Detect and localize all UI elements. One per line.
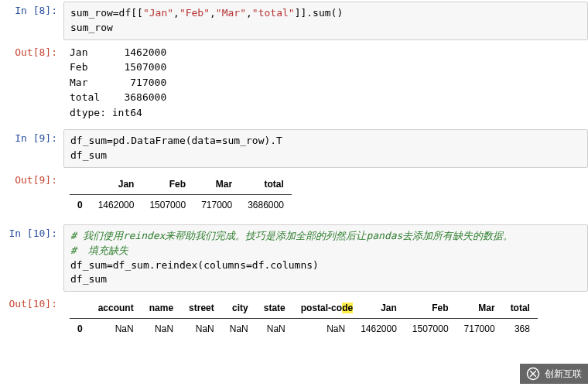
code-text: ,: [173, 7, 179, 19]
cell-in-8: In [8]: sum_row=df[["Jan","Feb","Mar","t…: [0, 0, 588, 42]
code-text: ]].sum(): [295, 7, 344, 19]
cell-value: NaN: [91, 319, 142, 340]
col-header: account: [91, 298, 142, 319]
prompt-in-8: In [8]:: [0, 0, 63, 19]
dataframe-table: Jan Feb Mar total 0 1462000 1507000 7170…: [70, 174, 292, 215]
table-row: 0 NaN NaN NaN NaN NaN NaN 1462000 150700…: [70, 319, 538, 340]
output-table-9: Jan Feb Mar total 0 1462000 1507000 7170…: [63, 169, 588, 223]
col-header: Feb: [142, 174, 193, 195]
cell-out-10: Out[10]: account name street city state …: [0, 293, 588, 347]
cell-value: 1462000: [91, 194, 142, 215]
cell-value: 1507000: [405, 319, 456, 340]
cell-value: 1462000: [353, 319, 405, 340]
string-literal: "Jan": [143, 7, 173, 19]
col-header: city: [222, 298, 256, 319]
cell-value: NaN: [181, 319, 222, 340]
col-header: Jan: [353, 298, 405, 319]
row-index: 0: [70, 319, 91, 340]
code-text: ,: [246, 7, 252, 19]
cell-value: 368: [503, 319, 538, 340]
col-header: Feb: [405, 298, 456, 319]
code-input-10[interactable]: # 我们使用reindex来帮助我们完成。技巧是添加全部的列然后让pandas去…: [63, 224, 588, 292]
code-text: ,: [210, 7, 216, 19]
cell-value: 717000: [456, 319, 503, 340]
col-header: Mar: [193, 174, 240, 195]
col-header: Mar: [456, 298, 503, 319]
code-text: df_sum=df_sum.reindex(columns=df.columns…: [70, 259, 319, 271]
cell-in-10: In [10]: # 我们使用reindex来帮助我们完成。技巧是添加全部的列然…: [0, 223, 588, 293]
cell-value: NaN: [142, 319, 181, 340]
cell-value: NaN: [293, 319, 353, 340]
row-index: 0: [70, 194, 91, 215]
code-input-9[interactable]: df_sum=pd.DataFrame(data=sum_row).T df_s…: [63, 129, 588, 168]
dataframe-table: account name street city state postal-co…: [70, 298, 538, 339]
cell-out-8: Out[8]: Jan 1462000 Feb 1507000 Mar 7170…: [0, 42, 588, 128]
prompt-in-10: In [10]:: [0, 223, 63, 242]
code-comment: # 我们使用reindex来帮助我们完成。技巧是添加全部的列然后让pandas去…: [70, 230, 513, 241]
cell-value: NaN: [256, 319, 293, 340]
code-text: df_sum: [70, 149, 107, 161]
code-text: sum_row: [70, 22, 113, 33]
string-literal: "Feb": [179, 7, 210, 19]
cell-out-9: Out[9]: Jan Feb Mar total 0 1462000 1507…: [0, 169, 588, 223]
col-header: postal-code: [293, 298, 353, 319]
cell-value: 3686000: [240, 194, 292, 215]
col-header: total: [240, 174, 292, 195]
col-header: state: [256, 298, 293, 319]
code-text: df_sum: [70, 273, 107, 285]
prompt-in-9: In [9]:: [0, 128, 63, 147]
cell-value: 717000: [193, 194, 240, 215]
col-header: total: [503, 298, 538, 319]
code-text: sum_row=df[[: [70, 7, 143, 19]
prompt-out-8: Out[8]:: [0, 42, 63, 61]
code-text: df_sum=pd.DataFrame(data=sum_row).T: [70, 135, 282, 146]
cell-value: 1507000: [142, 194, 193, 215]
cell-value: NaN: [222, 319, 256, 340]
string-literal: "Mar": [216, 7, 246, 19]
col-header: street: [181, 298, 222, 319]
code-comment: # 填充缺失: [70, 245, 128, 256]
output-text-8: Jan 1462000 Feb 1507000 Mar 717000 total…: [63, 42, 588, 128]
cell-in-9: In [9]: df_sum=pd.DataFrame(data=sum_row…: [0, 128, 588, 169]
prompt-out-9: Out[9]:: [0, 169, 63, 189]
output-table-10: account name street city state postal-co…: [63, 293, 588, 347]
string-literal: "total": [252, 7, 295, 19]
code-input-8[interactable]: sum_row=df[["Jan","Feb","Mar","total"]].…: [63, 2, 588, 40]
col-header: name: [142, 298, 181, 319]
prompt-out-10: Out[10]:: [0, 293, 63, 313]
col-header: Jan: [91, 174, 142, 195]
table-row: 0 1462000 1507000 717000 3686000: [70, 194, 292, 215]
